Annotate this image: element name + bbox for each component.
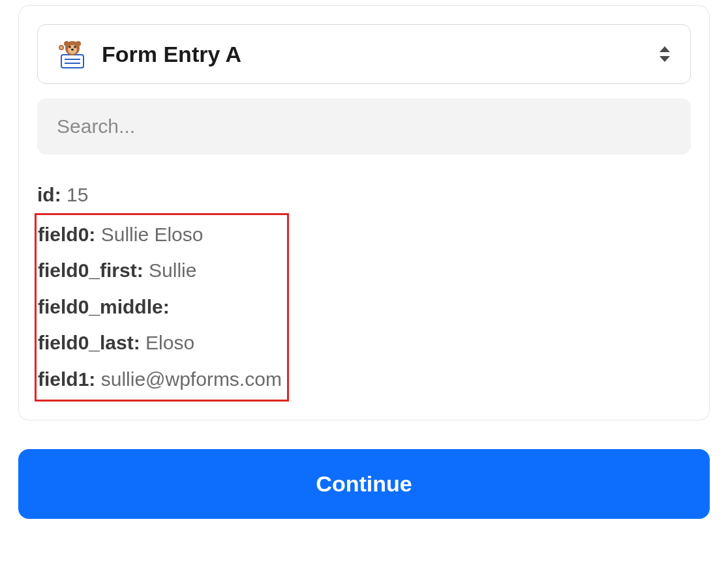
entry-field0-first-key: field0_first: — [38, 259, 144, 281]
entry-field0-key: field0: — [38, 224, 95, 245]
entry-field0-first-value: Sullie — [149, 259, 196, 281]
entry-data-list: id: 15 field0: Sullie Eloso field0_first… — [37, 177, 691, 402]
entry-field0-middle-row: field0_middle: — [38, 289, 282, 325]
search-input[interactable] — [37, 98, 691, 154]
form-selector[interactable]: Form Entry A — [37, 24, 691, 84]
search-wrap — [37, 98, 691, 154]
entry-field0-value: Sullie Eloso — [101, 224, 204, 245]
entry-field0-middle-key: field0_middle: — [38, 296, 170, 317]
highlight-box: field0: Sullie Eloso field0_first: Sulli… — [35, 213, 289, 402]
entry-field0-last-key: field0_last: — [38, 332, 140, 353]
svg-point-11 — [60, 46, 63, 49]
entry-field0-row: field0: Sullie Eloso — [38, 216, 282, 253]
entry-id-row: id: 15 — [37, 177, 691, 213]
form-selector-left: Form Entry A — [56, 38, 241, 70]
form-entry-panel: Form Entry A id: 15 field0: Sullie Eloso… — [18, 5, 710, 420]
svg-point-9 — [71, 49, 74, 51]
continue-button[interactable]: Continue — [18, 449, 710, 519]
entry-field0-last-row: field0_last: Eloso — [38, 325, 282, 361]
entry-field1-value: sullie@wpforms.com — [101, 368, 282, 390]
entry-id-key: id: — [37, 184, 61, 205]
entry-field0-first-row: field0_first: Sullie — [38, 252, 282, 289]
entry-field1-row: field1: sullie@wpforms.com — [38, 361, 282, 398]
svg-point-8 — [74, 46, 76, 48]
sort-icon — [658, 45, 672, 63]
svg-point-5 — [76, 41, 81, 46]
entry-id-value: 15 — [67, 184, 88, 205]
entry-field0-last-value: Eloso — [145, 332, 194, 353]
svg-rect-0 — [61, 55, 83, 68]
entry-field1-key: field1: — [38, 368, 95, 390]
svg-point-4 — [64, 41, 69, 46]
mascot-icon — [56, 38, 89, 70]
form-selector-title: Form Entry A — [102, 42, 241, 67]
svg-point-7 — [68, 46, 70, 48]
